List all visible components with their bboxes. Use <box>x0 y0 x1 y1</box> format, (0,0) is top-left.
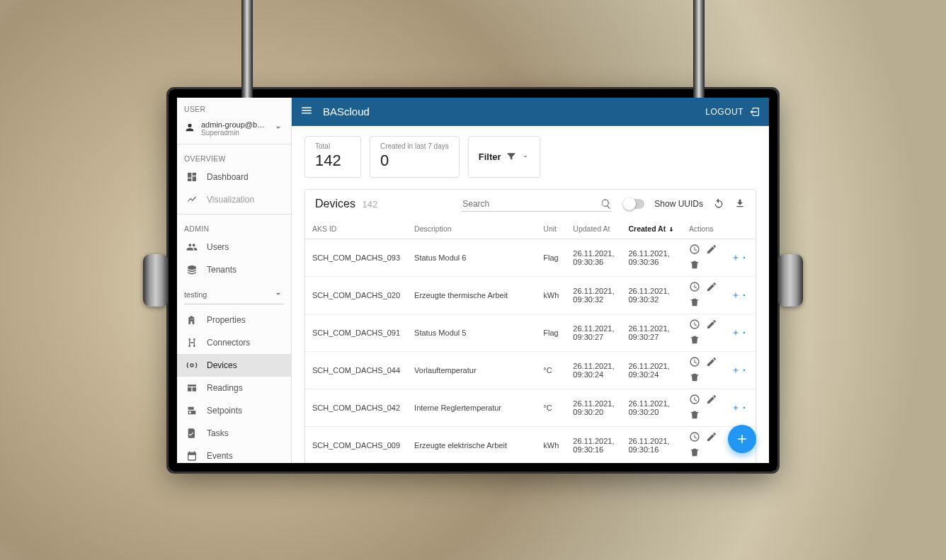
row-history-button[interactable] <box>689 356 700 369</box>
sidebar-item-label: Tasks <box>207 428 229 438</box>
show-uuids-toggle[interactable] <box>625 199 644 209</box>
app-title: BAScloud <box>323 105 370 118</box>
sidebar-item-label: Properties <box>207 315 246 325</box>
devices-table: AKS ID Description Unit Updated At Creat… <box>305 219 756 463</box>
row-edit-button[interactable] <box>706 431 717 444</box>
cell-actions <box>682 276 724 314</box>
refresh-icon <box>713 198 724 209</box>
chevron-down-icon <box>273 288 284 301</box>
sidebar-item-events[interactable]: Events <box>177 445 291 467</box>
sort-desc-icon <box>668 226 675 233</box>
cell-created: 26.11.2021,09:30:36 <box>621 239 682 276</box>
setpoints-icon <box>186 405 198 416</box>
cell-actions <box>682 314 724 351</box>
col-unit[interactable]: Unit <box>536 219 566 239</box>
main: BAScloud LOGOUT Total 142 Created in las… <box>292 98 769 463</box>
cell-unit: °C <box>536 351 566 389</box>
chevron-down-icon <box>273 122 284 135</box>
sidebar-item-tasks[interactable]: Tasks <box>177 422 291 445</box>
dashboard-icon <box>186 171 198 183</box>
sidebar-item-label: Tenants <box>207 265 236 275</box>
row-history-button[interactable] <box>689 394 700 406</box>
row-add-menu[interactable]: · <box>731 328 748 337</box>
menu-button[interactable] <box>300 104 313 119</box>
cell-updated: 26.11.2021,09:30:36 <box>566 239 621 276</box>
sidebar-item-devices[interactable]: Devices <box>177 354 291 377</box>
row-edit-button[interactable] <box>706 281 717 294</box>
row-history-button[interactable] <box>689 281 700 294</box>
download-button[interactable] <box>734 198 746 211</box>
sidebar-item-setpoints[interactable]: Setpoints <box>177 399 291 422</box>
sidebar-section-overview: OVERVIEW <box>177 147 291 166</box>
row-edit-button[interactable] <box>706 244 717 256</box>
table-row[interactable]: SCH_COM_DACHS_009Erzeugte elektrische Ar… <box>305 426 756 462</box>
row-delete-button[interactable] <box>689 372 700 384</box>
row-add-menu[interactable]: · <box>731 253 748 262</box>
cell-aks: SCH_COM_DACHS_042 <box>305 389 407 426</box>
settings-button[interactable] <box>177 467 291 472</box>
sidebar-item-label: Readings <box>207 383 243 393</box>
cell-actions <box>682 351 724 389</box>
devices-card: Devices 142 Show UUIDs <box>304 189 756 463</box>
row-edit-button[interactable] <box>706 394 717 406</box>
plus-icon <box>735 432 749 446</box>
filter-button[interactable]: Filter <box>468 136 540 178</box>
row-add-menu[interactable]: · <box>731 291 748 299</box>
user-role: Superadmin <box>201 129 267 137</box>
card-title: Devices <box>315 198 355 210</box>
col-desc[interactable]: Description <box>407 219 536 239</box>
add-device-fab[interactable] <box>728 425 756 453</box>
logout-button[interactable]: LOGOUT <box>705 106 760 118</box>
row-delete-button[interactable] <box>689 447 700 459</box>
row-delete-button[interactable] <box>689 409 700 422</box>
row-edit-button[interactable] <box>706 319 717 331</box>
cell-unit: kWh <box>536 276 566 314</box>
cell-aks: SCH_COM_DACHS_009 <box>305 426 407 462</box>
row-delete-button[interactable] <box>689 334 700 347</box>
table-row[interactable]: SCH_COM_DACHS_044Vorlauftemperatur°C26.1… <box>305 351 756 389</box>
appbar: BAScloud LOGOUT <box>292 98 769 126</box>
table-row[interactable]: SCH_COM_DACHS_020Erzeugte thermische Arb… <box>305 276 756 314</box>
row-delete-button[interactable] <box>689 297 700 309</box>
sidebar-item-label: Users <box>207 242 229 252</box>
sidebar-item-dashboard[interactable]: Dashboard <box>177 166 291 188</box>
row-add-menu[interactable]: · <box>731 366 748 375</box>
sidebar-item-readings[interactable]: Readings <box>177 377 291 399</box>
refresh-button[interactable] <box>713 198 724 211</box>
row-history-button[interactable] <box>689 319 700 331</box>
col-updated[interactable]: Updated At <box>566 219 621 239</box>
chart-line-icon <box>186 194 198 205</box>
row-history-button[interactable] <box>689 431 700 444</box>
sidebar-item-tenants[interactable]: Tenants <box>177 258 291 281</box>
search-input[interactable] <box>461 198 596 210</box>
table-row[interactable]: SCH_COM_DACHS_093Status Modul 6Flag26.11… <box>305 239 756 276</box>
sidebar-item-users[interactable]: Users <box>177 236 291 258</box>
cell-updated: 26.11.2021,09:30:16 <box>566 426 621 462</box>
cell-created: 26.11.2021,09:30:20 <box>621 389 682 426</box>
search-field[interactable] <box>461 197 612 212</box>
user-email: admin-group@bas… <box>201 120 267 129</box>
row-history-button[interactable] <box>689 244 700 256</box>
table-row[interactable]: SCH_COM_DACHS_042Interne Reglertemperatu… <box>305 389 756 426</box>
stat-recent-value: 0 <box>380 152 449 170</box>
row-add-menu[interactable]: · <box>731 404 748 412</box>
users-icon <box>186 241 198 253</box>
tenant-select-value: testing <box>184 290 207 299</box>
card-count: 142 <box>363 199 378 210</box>
tenant-select[interactable]: testing <box>184 285 284 304</box>
col-aks[interactable]: AKS ID <box>305 219 407 239</box>
table-row[interactable]: SCH_COM_DACHS_091Status Modul 5Flag26.11… <box>305 314 756 351</box>
cell-desc: Erzeugte thermische Arbeit <box>407 276 536 314</box>
user-switcher[interactable]: admin-group@bas… Superadmin <box>177 116 291 141</box>
cell-updated: 26.11.2021,09:30:27 <box>566 314 621 351</box>
sidebar-item-properties[interactable]: Properties <box>177 309 291 331</box>
sidebar-item-connectors[interactable]: Connectors <box>177 331 291 354</box>
row-delete-button[interactable] <box>689 259 700 272</box>
stat-recent-label: Created in last 7 days <box>380 142 449 150</box>
col-created[interactable]: Created At <box>621 219 682 239</box>
sidebar-section-admin: ADMIN <box>177 217 291 236</box>
filter-label: Filter <box>479 152 501 162</box>
sidebar-item-visualization[interactable]: Visualization <box>177 188 291 211</box>
row-edit-button[interactable] <box>706 356 717 369</box>
cell-unit: Flag <box>536 239 566 276</box>
